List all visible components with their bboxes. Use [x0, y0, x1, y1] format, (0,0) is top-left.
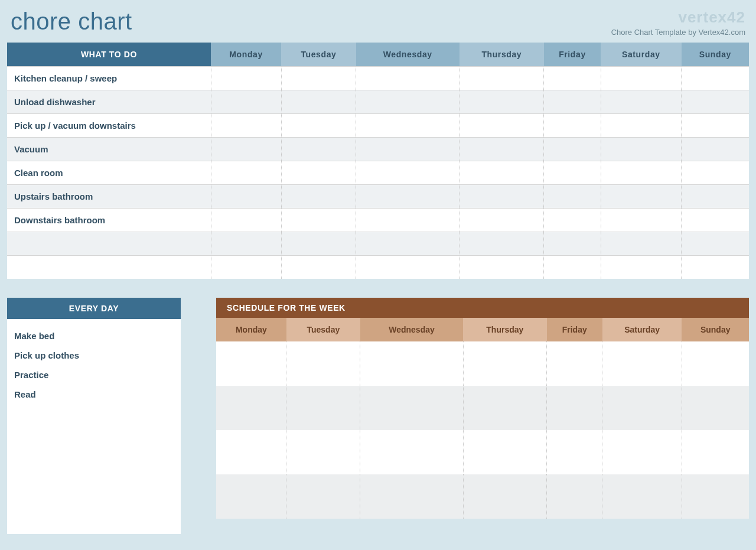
- schedule-cell[interactable]: [286, 474, 360, 519]
- chore-cell[interactable]: [356, 161, 460, 184]
- chore-cell[interactable]: [601, 208, 682, 232]
- schedule-cell[interactable]: [216, 386, 286, 430]
- schedule-cell[interactable]: [463, 386, 546, 430]
- chore-cell[interactable]: [682, 137, 749, 161]
- column-header-what-to-do: WHAT TO DO: [7, 43, 211, 66]
- chore-cell[interactable]: [460, 66, 544, 90]
- chore-cell[interactable]: [211, 137, 281, 161]
- schedule-cell[interactable]: [547, 474, 602, 519]
- schedule-cell[interactable]: [547, 430, 602, 474]
- chore-cell[interactable]: [281, 66, 356, 90]
- chore-cell[interactable]: [544, 90, 601, 113]
- chore-cell[interactable]: [281, 255, 356, 279]
- chore-cell[interactable]: [460, 161, 544, 184]
- chore-cell[interactable]: [544, 137, 601, 161]
- chore-cell[interactable]: [544, 232, 601, 255]
- chore-cell[interactable]: [211, 255, 281, 279]
- schedule-cell[interactable]: [216, 474, 286, 519]
- chore-cell[interactable]: [281, 113, 356, 137]
- chore-cell[interactable]: [211, 90, 281, 113]
- chore-cell[interactable]: [356, 90, 460, 113]
- schedule-cell[interactable]: [682, 386, 749, 430]
- schedule-cell[interactable]: [547, 386, 602, 430]
- schedule-cell[interactable]: [682, 430, 749, 474]
- page-title: chore chart: [11, 8, 132, 35]
- chore-cell[interactable]: [601, 161, 682, 184]
- chore-cell[interactable]: [460, 113, 544, 137]
- chore-cell[interactable]: [281, 232, 356, 255]
- chore-cell[interactable]: [544, 161, 601, 184]
- chore-cell[interactable]: [356, 66, 460, 90]
- chore-cell[interactable]: [601, 113, 682, 137]
- chore-cell[interactable]: [682, 208, 749, 232]
- chore-cell[interactable]: [460, 184, 544, 208]
- schedule-cell[interactable]: [602, 341, 682, 386]
- chore-cell[interactable]: [356, 232, 460, 255]
- chore-cell[interactable]: [601, 90, 682, 113]
- schedule-cell[interactable]: [360, 386, 463, 430]
- schedule-cell[interactable]: [360, 474, 463, 519]
- schedule-cell[interactable]: [602, 474, 682, 519]
- chore-cell[interactable]: [682, 184, 749, 208]
- chore-cell[interactable]: [682, 66, 749, 90]
- chore-cell[interactable]: [356, 184, 460, 208]
- schedule-cell[interactable]: [286, 430, 360, 474]
- chore-cell[interactable]: [281, 90, 356, 113]
- chore-cell[interactable]: [601, 137, 682, 161]
- chore-cell[interactable]: [601, 232, 682, 255]
- chore-cell[interactable]: [211, 113, 281, 137]
- chore-cell[interactable]: [356, 208, 460, 232]
- chore-cell[interactable]: [682, 161, 749, 184]
- chore-cell[interactable]: [281, 184, 356, 208]
- schedule-cell[interactable]: [463, 430, 546, 474]
- schedule-cell[interactable]: [360, 430, 463, 474]
- chore-cell[interactable]: [544, 184, 601, 208]
- chore-cell[interactable]: [281, 137, 356, 161]
- chore-label: Unload dishwasher: [7, 90, 211, 113]
- chore-cell[interactable]: [211, 208, 281, 232]
- table-row: Unload dishwasher: [7, 90, 749, 113]
- schedule-cell[interactable]: [216, 341, 286, 386]
- chore-cell[interactable]: [682, 113, 749, 137]
- schedule-cell[interactable]: [547, 341, 602, 386]
- every-day-item: Make bed: [14, 326, 174, 346]
- chore-cell[interactable]: [281, 161, 356, 184]
- schedule-cell[interactable]: [682, 341, 749, 386]
- chore-cell[interactable]: [682, 90, 749, 113]
- schedule-cell[interactable]: [286, 386, 360, 430]
- chore-cell[interactable]: [682, 255, 749, 279]
- schedule-cell[interactable]: [286, 341, 360, 386]
- table-row: [7, 232, 749, 255]
- chore-cell[interactable]: [544, 66, 601, 90]
- chore-cell[interactable]: [544, 255, 601, 279]
- chore-cell[interactable]: [601, 255, 682, 279]
- chore-cell[interactable]: [356, 113, 460, 137]
- chore-cell[interactable]: [460, 137, 544, 161]
- schedule-cell[interactable]: [682, 474, 749, 519]
- chore-cell[interactable]: [211, 161, 281, 184]
- chore-cell[interactable]: [211, 66, 281, 90]
- chore-cell[interactable]: [281, 208, 356, 232]
- schedule-cell[interactable]: [463, 474, 546, 519]
- schedule-cell[interactable]: [463, 341, 546, 386]
- chore-cell[interactable]: [682, 232, 749, 255]
- chore-cell[interactable]: [356, 255, 460, 279]
- chore-cell[interactable]: [460, 208, 544, 232]
- schedule-cell[interactable]: [602, 386, 682, 430]
- chore-cell[interactable]: [460, 90, 544, 113]
- chore-cell[interactable]: [544, 208, 601, 232]
- schedule-cell[interactable]: [360, 341, 463, 386]
- column-header-day: Thursday: [460, 43, 544, 66]
- every-day-item: Practice: [14, 365, 174, 385]
- chore-cell[interactable]: [601, 184, 682, 208]
- schedule-cell[interactable]: [216, 430, 286, 474]
- chore-cell[interactable]: [544, 113, 601, 137]
- chore-cell[interactable]: [211, 184, 281, 208]
- chore-cell[interactable]: [460, 232, 544, 255]
- chore-cell[interactable]: [211, 232, 281, 255]
- chore-cell[interactable]: [601, 66, 682, 90]
- chore-cell[interactable]: [460, 255, 544, 279]
- chore-cell[interactable]: [356, 137, 460, 161]
- column-header-day: Friday: [544, 43, 601, 66]
- schedule-cell[interactable]: [602, 430, 682, 474]
